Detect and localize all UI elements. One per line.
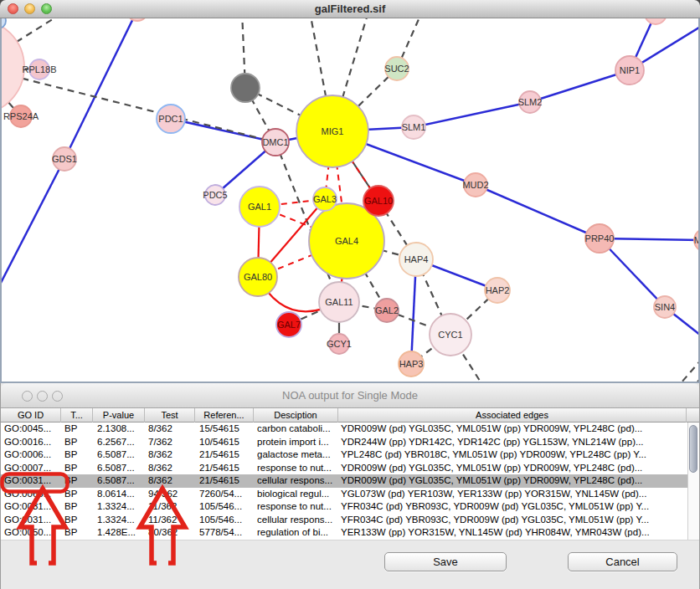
cell-edges: YGL073W (pd) YER103W, YER133W (pp) YOR31… [341,488,687,501]
column-header-goid[interactable]: GO ID [1,408,61,423]
edge-PDC1-DMC1[interactable] [171,119,275,142]
node-label-HAP3: HAP3 [399,359,424,369]
node-label-CYC1: CYC1 [438,330,462,340]
cell-type: BP [64,526,93,540]
cell-reference: 7260/54... [199,488,254,501]
node-label-GAL10: GAL10 [364,196,393,206]
node-label-GAL11: GAL11 [325,297,353,307]
node-label-GAL1: GAL1 [248,202,271,212]
cell-test: 8/362 [148,462,195,475]
edge-SLM1-SLM2[interactable] [414,102,530,127]
cell-test: 11/362 [148,514,195,527]
node-label-GAL7: GAL7 [277,320,301,330]
node-label-HAP4: HAP4 [404,254,429,264]
cell-pvalue: 1.428E... [97,526,145,540]
node-label-SUC2: SUC2 [384,64,409,74]
node-gray1[interactable] [231,74,260,102]
table-row[interactable]: GO:0050...BP1.428E...80/3625778/54...reg… [1,526,687,540]
cell-description: protein import i... [257,436,338,449]
table-row[interactable]: GO:0016...BP6.2567...7/36210/54615protei… [1,436,687,449]
save-button[interactable]: Save [384,552,507,571]
scrollbar-thumb[interactable] [689,425,697,473]
cell-test: 7/362 [148,436,195,449]
go-results-table: GO:0045...BP2.1308...8/36215/54615carbon… [1,423,687,540]
node-label-NIP1: NIP1 [620,65,640,75]
cell-edges: YDR009W (pd) YGL035C, YML051W (pp) YDR00… [341,474,687,488]
noa-output-window: NOA output for Single Mode GO IDT...P-va… [0,383,700,589]
edge-x[interactable] [675,350,700,383]
cell-type: BP [64,448,93,462]
table-row[interactable]: GO:0031...BP6.5087...8/36221/54615cellul… [1,474,687,488]
cell-type: BP [64,423,93,436]
node-label-SIN4: SIN4 [655,302,675,312]
edge-GDS1-x[interactable] [0,159,64,284]
table-row[interactable]: GO:0031...BP1.3324...11/362105/546...cel… [1,514,687,527]
cell-edges: YER133W (pp) YOR315W, YNL145W (pd) YHR08… [341,526,687,540]
cell-pvalue: 6.5087... [97,462,145,475]
edge-SLM2-NIP1[interactable] [530,70,630,102]
cell-description: galactose meta... [257,448,338,462]
node-pink-tr[interactable] [645,18,667,24]
cell-goid: GO:0007... [4,462,61,475]
vertical-scrollbar[interactable] [687,423,699,540]
cell-description: regulation of bi... [257,526,338,540]
cell-type: BP [64,514,93,527]
node-label-HAP2: HAP2 [486,285,510,295]
network-canvas[interactable]: RPL18BRPS24AGDS1PDC1MIG1DMC1SUC2SLM1SLM2… [0,18,700,383]
cell-description: response to nut... [257,500,338,514]
column-header-edges[interactable]: Associated edges [338,408,687,423]
node-big-left[interactable] [0,19,24,115]
cell-reference: 105/546... [199,514,254,527]
node-label-PRP40: PRP40 [585,233,615,243]
table-row[interactable]: GO:0031...BP1.3324...11/362105/546...res… [1,500,687,514]
cell-edges: YDR244W (pp) YDR142C, YDR142C (pp) YGL15… [341,436,687,449]
cell-description: cellular respons... [257,514,338,527]
cell-goid: GO:0050... [4,526,61,540]
cell-test: 8/362 [148,448,195,462]
button-panel: Save Cancel [1,540,699,589]
table-row[interactable]: GO:0006...BP6.5087...8/36221/54615galact… [1,448,687,462]
network-window-titlebar: galFiltered.sif [0,0,700,18]
cell-goid: GO:0006... [4,448,61,462]
window-title: galFiltered.sif [0,0,700,18]
node-label-GAL4: GAL4 [335,236,358,246]
cell-goid: GO:0045... [4,423,61,436]
cell-goid: GO:0031... [4,514,61,527]
table-row[interactable]: GO:0045...BP2.1308...8/36215/54615carbon… [1,423,687,436]
cell-goid: GO:0065... [4,488,61,501]
column-header-type[interactable]: T... [61,408,93,423]
window-border [0,18,2,383]
header-scroll-corner [687,408,699,423]
table-row[interactable]: GO:0007...BP6.5087...8/36221/54615respon… [1,462,687,475]
network-window: RPL18BRPS24AGDS1PDC1MIG1DMC1SUC2SLM1SLM2… [0,0,700,383]
column-header-reference[interactable]: Referen... [195,408,254,423]
cell-edges: YDR009W (pd) YGL035C, YML051W (pp) YDR00… [341,423,687,436]
cell-edges: YDR009W (pd) YGL035C, YML051W (pp) YDR00… [341,462,687,475]
cell-goid: GO:0031... [4,474,61,488]
cell-edges: YFR034C (pd) YBR093C, YDR009W (pd) YGL03… [341,500,687,514]
edge-PRP40-MSL1[interactable] [600,238,700,240]
column-header-pvalue[interactable]: P-value [93,408,145,423]
cell-type: BP [64,488,93,501]
node-pink-top[interactable] [126,18,148,21]
node-label-DMC1: DMC1 [262,137,288,147]
node-label-PDC1: PDC1 [158,114,183,124]
cell-type: BP [64,462,93,475]
cell-reference: 10/54615 [199,436,254,449]
cell-description: cellular respons... [257,474,338,488]
node-label-PDC5: PDC5 [203,190,227,200]
window-title: NOA output for Single Mode [1,383,699,407]
cell-reference: 21/54615 [199,474,254,488]
cell-type: BP [64,474,93,488]
table-row[interactable]: GO:0065...BP8.0614...94/3627260/54...bio… [1,488,687,501]
cell-reference: 21/54615 [199,462,254,475]
edge-pink-top-GDS1[interactable] [64,18,137,159]
node-label-SLM1: SLM1 [402,122,426,132]
edge-MUD2-PRP40[interactable] [476,185,600,238]
cell-reference: 15/54615 [199,423,254,436]
cell-description: biological regul... [257,488,338,501]
cancel-button[interactable]: Cancel [568,552,677,571]
column-header-test[interactable]: Test [145,408,195,423]
column-header-description[interactable]: Desciption [254,408,338,423]
table-header: GO IDT...P-valueTestReferen...Desciption… [1,408,699,423]
